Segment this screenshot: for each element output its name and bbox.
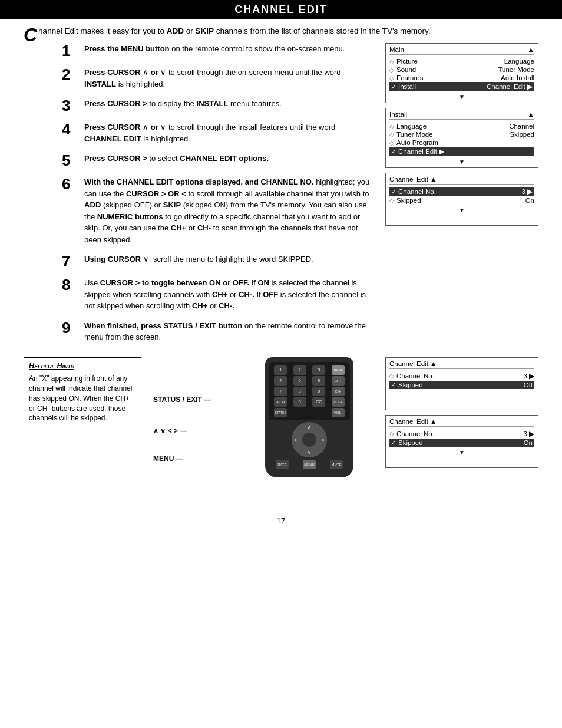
cursor-label: ∧ ∨ < > — [153,427,187,435]
btn-ach[interactable]: A/CH [274,397,287,407]
step-5: 5 Press CURSOR > to select CHANNEL EDIT … [62,153,373,168]
remote-body: 1 2 3 PWR 4 5 6 CH+ 7 8 9 [265,357,353,477]
bottom-menu-screens: Channel Edit ▲ ◇ Channel No. 3 ▶ ✓ Skipp… [385,357,538,468]
btn-chminus[interactable]: CH- [332,387,345,396]
steps-list: 1 Press the MENU button on the remote co… [62,43,385,351]
check-icon: ✓ [391,381,396,388]
btn-2[interactable]: 2 [293,365,306,375]
btn-6[interactable]: 6 [312,376,325,386]
step-number-9: 9 [62,320,80,335]
remote-control: 1 2 3 PWR 4 5 6 CH+ 7 8 9 [265,357,353,477]
hints-box: Helpful Hints An "X" appearing in front … [24,357,141,427]
menu-row-channeledit: ✓ Channel Edit ▶ [389,147,534,156]
step-2: 2 Press CURSOR ∧ or ∨ to scroll through … [62,67,373,90]
step-number-7: 7 [62,253,80,269]
diamond-icon: ◇ [389,373,394,379]
menu-screen-channeledit-on: Channel Edit ▲ ◇ Channel No. 3 ▶ ✓ Skipp… [385,415,538,468]
btn-row-1: 1 2 3 PWR [271,365,348,375]
step-text-3: Press CURSOR > to display the INSTALL me… [84,98,282,110]
step-number-4: 4 [62,121,80,137]
menu-screen-channeledit-off: Channel Edit ▲ ◇ Channel No. 3 ▶ ✓ Skipp… [385,357,538,410]
btn-row-bottom: RATE MENU MUTE [269,460,350,469]
menu-bottom-arrow: ▼ [389,207,534,213]
menu-row-picture: ◇ Picture Language [389,57,534,65]
menu-row-autoprogram: ◇ Auto Program [389,139,534,147]
menu-screen-main: Main ▲ ◇ Picture Language ◇ Sound Tuner … [385,43,538,103]
btn-cc[interactable]: CC [312,397,325,407]
check-icon: ✓ [391,84,396,90]
menu-row-channelno-off: ◇ Channel No. 3 ▶ [389,371,534,381]
btn-row-5: STATUS VOL- [271,408,348,417]
menu-row-sound: ◇ Sound Tuner Mode [389,65,534,74]
menu-row-skipped-off: ✓ Skipped Off [389,381,534,389]
step-7: 7 Using CURSOR ∨, scroll the menu to hig… [62,253,373,269]
btn-row-2: 4 5 6 CH+ [271,376,348,386]
step-text-9: When finished, press STATUS / EXIT butto… [84,320,373,343]
btn-volminus[interactable]: VOL- [332,408,345,417]
nav-down-icon: ∨ [308,450,311,455]
menu-row-channelno-on: ◇ Channel No. 3 ▶ [389,429,534,439]
page-number: 17 [0,516,562,531]
btn-status[interactable]: STATUS [274,408,287,417]
menu-title-ce-off: Channel Edit ▲ [389,360,534,369]
btn-8[interactable]: 8 [293,387,306,396]
step-text-2: Press CURSOR ∧ or ∨ to scroll through th… [84,67,373,90]
btn-1[interactable]: 1 [274,365,287,375]
step-text-5: Press CURSOR > to select CHANNEL EDIT op… [84,153,269,164]
btn-5[interactable]: 5 [293,376,306,386]
btn-mute[interactable]: MUTE [330,460,343,469]
menu-row-features: ◇ Features Auto Install [389,74,534,82]
main-content: 1 Press the MENU button on the remote co… [38,43,562,351]
step-4: 4 Press CURSOR ∧ or ∨ to scroll through … [62,121,373,144]
intro-paragraph: Channel Edit makes it easy for you to AD… [0,25,562,43]
step-number-2: 2 [62,67,80,82]
check-icon: ✓ [391,189,396,195]
step-number-5: 5 [62,153,80,168]
step-number-3: 3 [62,98,80,113]
btn-4[interactable]: 4 [274,376,287,386]
menu-bottom-arrow: ▼ [389,449,534,456]
menu-row-language: ◇ Language Channel [389,122,534,130]
menu-row-install: ✓ Install Channel Edit ▶ [389,82,534,91]
status-exit-label: STATUS / EXIT — [153,396,211,404]
btn-3[interactable]: 3 [312,365,325,375]
menu-screen-channeledit1: Channel Edit ▲ ✓ Channel No. 3 ▶ ◇ Skipp… [385,173,538,226]
menu-title-ce-on: Channel Edit ▲ [389,418,534,427]
menu-bottom-arrow: ▼ [389,159,534,165]
menu-title-main: Main ▲ [389,46,534,55]
nav-up-icon: ∧ [308,424,311,430]
menu-bottom-arrow: ▼ [389,94,534,100]
diamond-icon: ◇ [389,197,394,204]
diamond-icon: ◇ [389,58,394,65]
step-6: 6 With the CHANNEL EDIT options displaye… [62,176,373,245]
step-3: 3 Press CURSOR > to display the INSTALL … [62,98,373,113]
btn-chplus[interactable]: CH+ [332,376,345,386]
menu-title-ce1: Channel Edit ▲ [389,176,534,185]
btn-row-4: A/CH 0 CC VOL+ [271,397,348,407]
menu-row-skipped1: ◇ Skipped On [389,196,534,205]
btn-menu[interactable]: MENU [303,460,316,469]
step-text-7: Using CURSOR ∨, scroll the menu to highl… [84,253,313,265]
btn-0[interactable]: 0 [293,397,306,407]
step-text-6: With the CHANNEL EDIT options displayed,… [84,176,373,245]
diamond-icon: ◇ [389,131,394,138]
menu-label: MENU — [153,454,183,463]
btn-7[interactable]: 7 [274,387,287,396]
menu-screen-install: Install ▲ ◇ Language Channel ◇ Tuner Mod… [385,108,538,168]
step-number-1: 1 [62,43,80,58]
diamond-icon: ◇ [389,123,394,130]
check-icon: ✓ [391,439,396,446]
menu-row-tunermode: ◇ Tuner Mode Skipped [389,130,534,139]
remote-top: 1 2 3 PWR 4 5 6 CH+ 7 8 9 [269,362,350,420]
step-text-8: Use CURSOR > to toggle between ON or OFF… [84,277,373,312]
remote-area: STATUS / EXIT — ∧ ∨ < > — MENU — 1 2 3 P… [153,357,373,505]
btn-9[interactable]: 9 [312,387,325,396]
btn-power[interactable]: PWR [332,365,345,375]
diamond-icon: ◇ [389,140,394,146]
nav-right-icon: > [322,437,325,442]
nav-ring[interactable]: ∧ ∨ < > [292,422,327,457]
step-1: 1 Press the MENU button on the remote co… [62,43,373,58]
btn-rate[interactable]: RATE [276,460,289,469]
nav-center[interactable] [302,433,316,447]
btn-volplus[interactable]: VOL+ [332,397,345,407]
